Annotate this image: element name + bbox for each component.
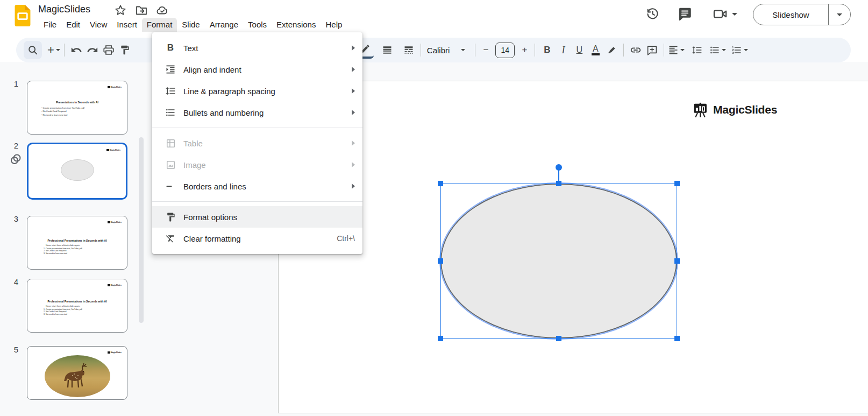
menu-arrange[interactable]: Arrange [205, 18, 243, 32]
numbered-list-icon [731, 45, 742, 55]
document-title[interactable]: MagicSlides [38, 4, 90, 15]
submenu-arrow-icon [352, 88, 355, 94]
font-size-input[interactable]: 14 [495, 43, 515, 58]
comments-icon[interactable] [678, 6, 692, 21]
menu-item-format-options[interactable]: Format options [152, 206, 362, 228]
menu-item-align-indent[interactable]: Align and indent [152, 59, 362, 80]
bold-text-icon: B [165, 43, 176, 53]
divider [64, 44, 65, 57]
resize-handle-se[interactable] [674, 336, 680, 341]
thumb-items: 1. Create presentation from text, YouTub… [44, 248, 127, 255]
bulleted-list-icon [165, 107, 176, 118]
menu-slide[interactable]: Slide [177, 18, 204, 32]
menu-item-clear-formatting[interactable]: Clear formatting Ctrl+\ [152, 228, 362, 249]
slide-thumbnail-1[interactable]: MagicSlides Presentations in Seconds wit… [27, 81, 127, 135]
bulleted-list-button[interactable] [709, 45, 726, 55]
thumb-ellipse-shape [61, 159, 94, 181]
print-button[interactable] [101, 42, 117, 58]
align-button[interactable] [668, 45, 685, 55]
undo-button[interactable] [68, 42, 84, 58]
thumb-title: Professional Presentations in Seconds wi… [27, 239, 127, 242]
highlighter-icon [606, 45, 617, 55]
chevron-down-icon [56, 49, 60, 51]
divider [475, 44, 475, 57]
search-icon [27, 44, 39, 56]
menu-edit[interactable]: Edit [61, 18, 85, 32]
slide-canvas[interactable]: MagicSlides [278, 81, 868, 413]
menu-format[interactable]: Format [142, 18, 177, 32]
slide-number: 5 [8, 345, 18, 354]
slide-number: 3 [8, 214, 18, 223]
slide-thumbnail-3[interactable]: MagicSlides Professional Presentations i… [27, 216, 127, 270]
line-weight-icon [382, 45, 393, 55]
search-menus-button[interactable] [24, 41, 42, 59]
text-color-button[interactable]: A [587, 42, 603, 58]
slide-thumbnail-4[interactable]: MagicSlides Professional Presentations i… [27, 279, 127, 333]
new-slide-button[interactable]: + [47, 43, 60, 57]
rotation-handle[interactable] [556, 164, 562, 171]
workspace: MagicSlides 1 MagicSlides Presentations … [0, 62, 868, 416]
menu-item-label: Line & paragraph spacing [183, 87, 275, 96]
underline-button[interactable]: U [571, 42, 587, 58]
menu-help[interactable]: Help [321, 18, 347, 32]
bold-button[interactable]: B [539, 42, 555, 58]
divider [421, 44, 421, 57]
menu-file[interactable]: File [39, 18, 61, 32]
star-icon[interactable] [114, 4, 127, 17]
resize-handle-s[interactable] [556, 336, 561, 341]
ellipse-shape[interactable] [440, 184, 677, 339]
paint-format-button[interactable] [117, 42, 133, 58]
menu-view[interactable]: View [85, 18, 112, 32]
increase-font-size-button[interactable]: + [518, 42, 531, 58]
font-family-value: Calibri [427, 46, 450, 55]
undo-icon [70, 44, 82, 56]
thumb-logo: MagicSlides [108, 221, 122, 223]
version-history-icon[interactable] [645, 6, 660, 21]
resize-handle-w[interactable] [438, 258, 443, 264]
resize-handle-n[interactable] [556, 181, 561, 186]
menu-insert[interactable]: Insert [112, 18, 142, 32]
table-icon [165, 138, 176, 149]
slideshow-button[interactable]: Slideshow [753, 4, 851, 25]
submenu-arrow-icon [352, 162, 355, 167]
border-dash-button[interactable] [401, 42, 417, 58]
font-family-select[interactable]: Calibri [427, 46, 466, 55]
filmstrip-scrollbar[interactable] [139, 137, 144, 323]
redo-button[interactable] [84, 42, 101, 58]
menu-item-bullets-numbering[interactable]: Bullets and numbering [152, 102, 362, 123]
line-spacing-button[interactable] [689, 42, 705, 58]
decrease-font-size-button[interactable]: − [479, 42, 492, 58]
resize-handle-ne[interactable] [674, 181, 680, 186]
slide-thumbnail-2-selected[interactable]: MagicSlides [27, 143, 127, 200]
slideshow-dropdown[interactable] [829, 13, 850, 16]
thumb-logo: MagicSlides [106, 149, 120, 151]
add-comment-button[interactable] [644, 42, 660, 58]
slide-thumbnail-5[interactable]: MagicSlides [27, 346, 127, 400]
menu-item-borders-lines[interactable]: Borders and lines [152, 175, 362, 197]
menu-extensions[interactable]: Extensions [272, 18, 321, 32]
menu-item-line-paragraph-spacing[interactable]: Line & paragraph spacing [152, 80, 362, 102]
google-slides-logo-icon[interactable] [15, 5, 31, 26]
move-folder-icon[interactable] [135, 4, 148, 17]
join-call-control[interactable] [713, 6, 737, 22]
highlight-color-button[interactable] [603, 42, 620, 58]
menu-item-text[interactable]: B Text [152, 37, 362, 59]
border-weight-button[interactable] [379, 42, 395, 58]
underline-label: U [577, 45, 583, 55]
thumb-subtitle: Never start from a blank slide again. [46, 244, 127, 246]
numbered-list-button[interactable] [731, 45, 748, 55]
menu-tools[interactable]: Tools [243, 18, 272, 32]
resize-handle-e[interactable] [674, 258, 680, 264]
resize-handle-nw[interactable] [438, 181, 443, 186]
paint-roller-icon [165, 211, 176, 222]
insert-link-button[interactable] [628, 42, 644, 58]
cloud-saved-icon[interactable] [156, 4, 169, 17]
resize-handle-sw[interactable] [438, 336, 443, 341]
magicslides-board-icon [108, 86, 110, 88]
chevron-down-icon [744, 49, 748, 51]
menu-item-label: Table [183, 139, 203, 148]
selected-shape-group [440, 184, 677, 339]
chevron-down-icon [732, 13, 737, 16]
italic-button[interactable]: I [555, 42, 571, 58]
menu-item-label: Clear formatting [183, 234, 241, 243]
